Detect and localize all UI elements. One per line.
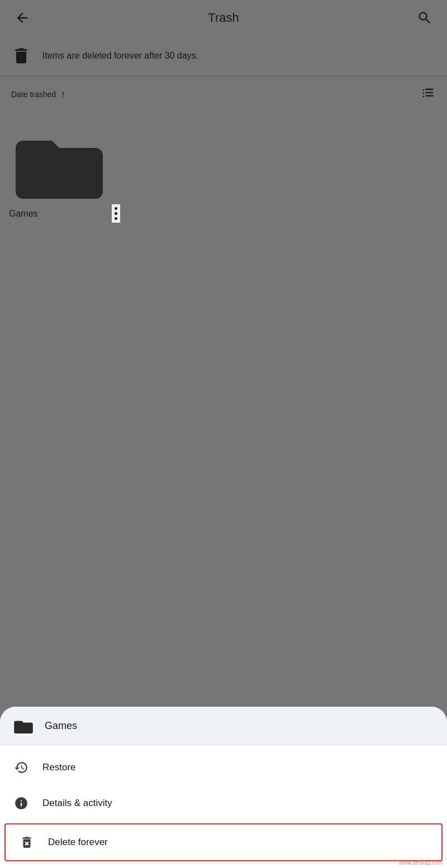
folder-item[interactable]: Games	[9, 123, 121, 226]
bottom-sheet: Games Restore Details & ac	[0, 707, 447, 868]
list-view-button[interactable]	[420, 85, 436, 103]
details-label: Details & activity	[42, 798, 112, 809]
search-icon	[417, 10, 432, 26]
list-view-icon	[420, 85, 436, 101]
dot3	[115, 217, 117, 220]
bs-menu: Restore Details & activity Delete	[0, 745, 447, 868]
delete-forever-label: Delete forever	[48, 837, 108, 848]
app-bar: Trash	[0, 0, 447, 36]
bs-folder-name: Games	[45, 720, 77, 732]
folder-name-row: Games	[9, 202, 121, 226]
folder-more-button[interactable]	[111, 204, 121, 223]
info-banner-text: Items are deleted forever after 30 days.	[42, 51, 198, 61]
details-menu-item[interactable]: Details & activity	[0, 785, 447, 821]
info-icon	[13, 795, 29, 811]
restore-label: Restore	[42, 762, 76, 773]
watermark: www.devxap.com	[399, 860, 443, 866]
folder-icon	[12, 126, 107, 199]
bs-folder-icon	[13, 718, 34, 733]
delete-forever-icon	[19, 835, 35, 850]
sort-label[interactable]: Date trashed ↑	[11, 89, 65, 100]
delete-forever-menu-item[interactable]: Delete forever	[4, 823, 443, 861]
sort-label-text: Date trashed	[11, 90, 56, 99]
info-banner: Items are deleted forever after 30 days.	[0, 36, 447, 76]
search-button[interactable]	[411, 4, 438, 31]
trash-info-icon	[11, 45, 31, 67]
page-title: Trash	[208, 11, 239, 25]
bottom-sheet-header: Games	[0, 707, 447, 745]
back-arrow-icon	[15, 10, 30, 26]
dot2	[115, 212, 117, 215]
back-button[interactable]	[9, 4, 36, 31]
dot1	[115, 207, 117, 210]
folder-name: Games	[9, 209, 107, 219]
bottom-sheet-overlay: Games Restore Details & ac	[0, 707, 447, 868]
restore-menu-item[interactable]: Restore	[0, 750, 447, 785]
restore-icon	[13, 760, 29, 775]
sort-direction-icon: ↑	[60, 89, 65, 100]
folder-icon-wrapper	[9, 123, 110, 202]
sort-bar: Date trashed ↑	[0, 76, 447, 112]
content-area: Games	[0, 112, 447, 237]
